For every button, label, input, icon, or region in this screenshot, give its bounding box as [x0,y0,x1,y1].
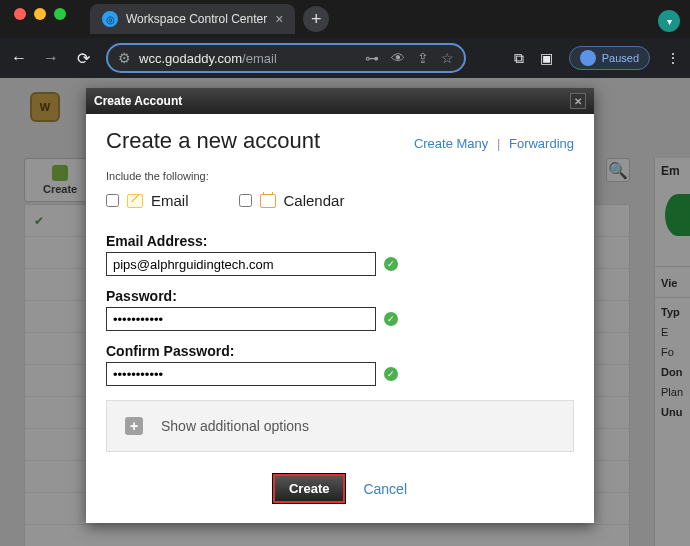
page-content: W Create 🔍 ✔ Em Vie Typ E Fo Don Plan Un… [0,78,690,546]
new-tab-button[interactable]: + [303,6,329,32]
minimize-window-icon[interactable] [34,8,46,20]
dialog-links: Create Many | Forwarding [414,136,574,151]
password-input[interactable] [106,307,376,331]
valid-check-icon: ✓ [384,312,398,326]
create-button[interactable]: Create [273,474,345,503]
share-icon[interactable]: ⇪ [417,50,429,66]
dialog-header: Create Account ✕ [86,88,594,114]
include-calendar-label: Calendar [284,192,345,209]
address-bar[interactable]: ⚙ wcc.godaddy.com/email ⊶ 👁 ⇪ ☆ [106,43,466,73]
plus-icon: + [125,417,143,435]
create-many-link[interactable]: Create Many [414,136,488,151]
close-tab-icon[interactable]: × [275,11,283,27]
forwarding-link[interactable]: Forwarding [509,136,574,151]
fullscreen-window-icon[interactable] [54,8,66,20]
back-button[interactable]: ← [10,49,28,67]
browser-toolbar: ← → ⟳ ⚙ wcc.godaddy.com/email ⊶ 👁 ⇪ ☆ ⧉ … [0,38,690,78]
include-calendar-option[interactable]: Calendar [239,192,345,209]
confirm-password-label: Confirm Password: [106,343,574,359]
include-email-label: Email [151,192,189,209]
tab-favicon-icon: ◎ [102,11,118,27]
show-additional-options[interactable]: + Show additional options [106,400,574,452]
password-label: Password: [106,288,574,304]
dialog-close-button[interactable]: ✕ [570,93,586,109]
extensions-icon[interactable]: ⧉ [514,50,524,67]
site-settings-icon[interactable]: ⚙ [118,50,131,66]
url-text: wcc.godaddy.com/email [139,51,277,66]
reload-button[interactable]: ⟳ [74,49,92,68]
window-menu-icon[interactable]: ▾ [658,10,680,32]
close-window-icon[interactable] [14,8,26,20]
profile-avatar-icon [580,50,596,66]
cancel-link[interactable]: Cancel [363,481,407,497]
url-host: wcc.godaddy.com [139,51,242,66]
eye-off-icon[interactable]: 👁 [391,50,405,66]
include-email-checkbox[interactable] [106,194,119,207]
browser-tab-active[interactable]: ◎ Workspace Control Center × [90,4,295,34]
email-input[interactable] [106,252,376,276]
valid-check-icon: ✓ [384,367,398,381]
window-traffic-lights [14,8,66,20]
envelope-icon [127,194,143,208]
additional-options-label: Show additional options [161,418,309,434]
include-calendar-checkbox[interactable] [239,194,252,207]
link-separator: | [492,136,505,151]
dialog-body: Create a new account Create Many | Forwa… [86,114,594,523]
confirm-password-input[interactable] [106,362,376,386]
email-label: Email Address: [106,233,574,249]
include-label: Include the following: [106,170,574,182]
create-account-dialog: Create Account ✕ Create a new account Cr… [86,88,594,523]
dialog-title: Create a new account [106,128,414,154]
calendar-icon [260,194,276,208]
include-email-option[interactable]: Email [106,192,189,209]
browser-menu-icon[interactable]: ⋮ [666,50,680,66]
valid-check-icon: ✓ [384,257,398,271]
url-path: /email [242,51,277,66]
password-key-icon[interactable]: ⊶ [365,50,379,66]
tab-bar: ◎ Workspace Control Center × + [90,4,329,34]
tab-title: Workspace Control Center [126,12,267,26]
bookmark-star-icon[interactable]: ☆ [441,50,454,66]
profile-paused-pill[interactable]: Paused [569,46,650,70]
forward-button[interactable]: → [42,49,60,67]
dialog-header-title: Create Account [94,94,182,108]
reading-list-icon[interactable]: ▣ [540,50,553,66]
paused-label: Paused [602,52,639,64]
